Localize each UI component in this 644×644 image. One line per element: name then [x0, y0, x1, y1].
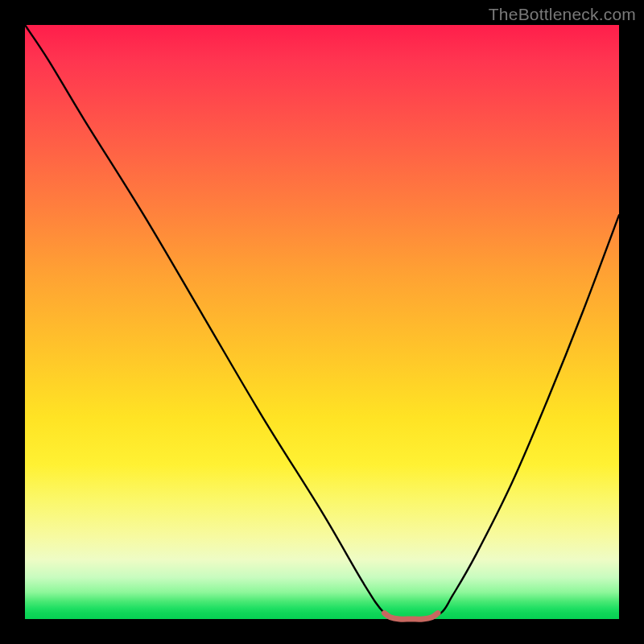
curve-overlay: [25, 25, 619, 619]
chart-frame: TheBottleneck.com: [0, 0, 644, 644]
watermark-text: TheBottleneck.com: [489, 5, 636, 24]
bottleneck-curve: [25, 25, 619, 620]
optimal-marker: [384, 613, 437, 620]
